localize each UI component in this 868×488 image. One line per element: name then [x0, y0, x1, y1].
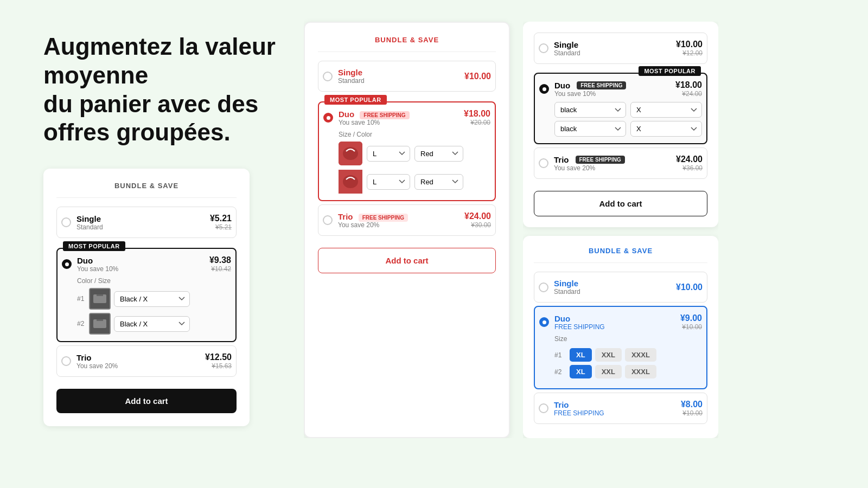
right-column: Single Standard ¥10.00 ¥12.00 MOST POPUL… [523, 22, 718, 438]
c2-most-popular-badge: MOST POPULAR [324, 95, 387, 105]
card-2-title: BUNDLE & SAVE [318, 36, 496, 52]
cards-container: BUNDLE & SAVE Single Standard ¥10.00 MOS… [304, 0, 868, 438]
add-to-cart-button[interactable]: Add to cart [56, 389, 237, 413]
c3t-radio-duo[interactable] [539, 84, 549, 94]
c2-item-2-img [339, 170, 362, 194]
c3b-s1-xl[interactable]: XL [570, 348, 592, 362]
most-popular-badge: MOST POPULAR [63, 241, 125, 251]
c2-item-1-size[interactable]: LMXL [367, 146, 410, 162]
option-trio[interactable]: Trio You save 20% ¥12.50 ¥15.63 [56, 345, 237, 377]
c2-item-2-size[interactable]: LMXL [367, 174, 410, 190]
radio-trio[interactable] [61, 356, 71, 366]
c3t-radio-trio[interactable] [539, 158, 548, 168]
c3t-option-trio[interactable]: Trio FREE SHIPPING You save 20% ¥24.00 ¥… [534, 147, 707, 179]
c3b-s2-xxxl[interactable]: XXXL [625, 365, 656, 378]
c3t-dd2-size[interactable]: XMLXL [630, 121, 702, 137]
c3t-option-single[interactable]: Single Standard ¥10.00 ¥12.00 [534, 33, 707, 64]
c3t-option-duo[interactable]: MOST POPULAR Duo FREE SHIPPING You save … [534, 73, 707, 144]
headline: Augmentez la valeur moyenne du panier av… [43, 33, 282, 147]
c3b-option-single[interactable]: Single Standard ¥10.00 [534, 272, 707, 303]
c3b-s2-xxl[interactable]: XXL [595, 365, 622, 378]
c3b-radio-duo[interactable] [539, 317, 549, 327]
c3b-s1-xxl[interactable]: XXL [595, 348, 622, 362]
c3b-radio-trio[interactable] [539, 403, 548, 413]
c3t-dd1-color[interactable]: blackwhitered [554, 102, 626, 118]
c3b-radio-single[interactable] [539, 282, 548, 292]
svg-rect-5 [97, 319, 103, 321]
c2-add-to-cart-button[interactable]: Add to cart [318, 248, 496, 273]
option-duo[interactable]: MOST POPULAR Duo You save 10% ¥9.38 ¥10.… [56, 248, 237, 342]
c2-item-2-color[interactable]: RedBlackWhite [414, 174, 463, 190]
c3b-s2-xl[interactable]: XL [570, 365, 592, 378]
c2-option-duo[interactable]: MOST POPULAR Duo FREE SHIPPING You save … [318, 101, 496, 201]
item-2-select[interactable]: Black / X Black / M White / X [114, 316, 190, 332]
c3b-option-duo[interactable]: Duo FREE SHIPPING ¥9.00 ¥10.00 Size #1 [534, 306, 707, 389]
c2-item-1-color[interactable]: RedBlackWhite [414, 146, 463, 162]
left-section: Augmentez la valeur moyenne du panier av… [0, 0, 304, 448]
c3t-most-popular-badge: MOST POPULAR [639, 66, 701, 76]
c3t-dd2-color[interactable]: blackwhitered [554, 121, 626, 137]
radio-single[interactable] [61, 217, 71, 227]
c2-option-trio[interactable]: Trio FREE SHIPPING You save 20% ¥24.00 ¥… [318, 204, 496, 236]
c2-radio-trio[interactable] [323, 215, 333, 225]
radio-duo[interactable] [62, 259, 72, 269]
c3t-radio-single[interactable] [539, 43, 548, 53]
item-2-img [89, 313, 111, 335]
card-2: BUNDLE & SAVE Single Standard ¥10.00 MOS… [304, 22, 510, 438]
c3t-add-to-cart-button[interactable]: Add to cart [534, 191, 707, 216]
c3t-dd1-size[interactable]: XMLXL [630, 102, 702, 118]
c2-radio-single[interactable] [323, 72, 333, 81]
option-single[interactable]: Single Standard ¥5.21 ¥5.21 [56, 207, 237, 238]
item-1-img [89, 288, 111, 310]
c3b-s1-xxxl[interactable]: XXXL [625, 348, 656, 362]
card-1-title: BUNDLE & SAVE [56, 182, 237, 198]
card-3-bottom: BUNDLE & SAVE Single Standard ¥10.00 [523, 236, 718, 438]
c3b-option-trio[interactable]: Trio FREE SHIPPING ¥8.00 ¥10.00 [534, 393, 707, 424]
card-1: BUNDLE & SAVE Single Standard ¥5.21 ¥5.2… [43, 169, 250, 426]
svg-rect-2 [97, 294, 103, 296]
c2-option-single[interactable]: Single Standard ¥10.00 [318, 61, 496, 92]
c2-item-1-img [339, 142, 362, 165]
card-3-top: Single Standard ¥10.00 ¥12.00 MOST POPUL… [523, 22, 718, 227]
item-1-select[interactable]: Black / X Black / M White / X [114, 291, 190, 307]
card-3-bottom-title: BUNDLE & SAVE [534, 247, 707, 263]
c2-radio-duo[interactable] [323, 113, 333, 123]
